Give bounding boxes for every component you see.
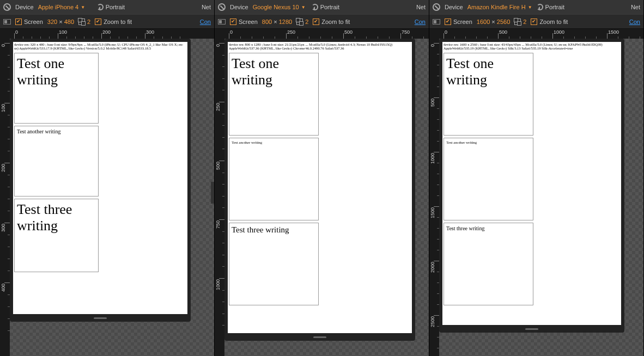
- toggle-icon[interactable]: [433, 19, 440, 24]
- home-indicator-icon: [313, 336, 326, 338]
- ruler-vertical: 02505007501000: [215, 39, 224, 356]
- toggle-icon[interactable]: [218, 19, 226, 24]
- dpr-value: 2: [523, 19, 526, 25]
- device-label: Device: [445, 4, 463, 10]
- zoom-label: Zoom to fit: [104, 19, 132, 25]
- chevron-down-icon: ▼: [528, 5, 532, 10]
- zoom-toggle[interactable]: ✔ Zoom to fit: [531, 19, 568, 25]
- ruler-h-label: 200: [102, 29, 111, 35]
- toolbar: Device Google Nexus 10 ▼ Portrait Net ✔ …: [215, 0, 429, 29]
- device-screen[interactable]: device res: 320 x 480 ; base font size: …: [13, 42, 187, 314]
- device-name-text: Amazon Kindle Fire H: [467, 4, 526, 10]
- chevron-down-icon: ▼: [301, 5, 306, 10]
- swap-icon: [296, 19, 303, 25]
- device-select[interactable]: Apple iPhone 4 ▼: [38, 4, 93, 10]
- home-bar[interactable]: [439, 325, 624, 333]
- cancel-icon[interactable]: [433, 3, 440, 11]
- ruler-h-label: 0: [445, 29, 447, 35]
- checkbox-icon: ✔: [313, 19, 319, 25]
- ruler-v-label: 750: [215, 220, 221, 229]
- ruler-v-label: 1000: [215, 279, 221, 290]
- ruler-horizontal: 050010001500: [439, 29, 643, 39]
- toolbar: Device Apple iPhone 4 ▼ Portrait Net ✔ S…: [0, 0, 214, 29]
- home-bar[interactable]: [10, 314, 191, 322]
- swap-icon: [514, 19, 521, 25]
- user-agent-text: device res: 800 x 1280 ; base font size:…: [228, 42, 412, 51]
- toolbar: Device Amazon Kindle Fire H ▼ Portrait N…: [429, 0, 643, 29]
- screen-label: Screen: [239, 19, 258, 25]
- ruler-h-label: 250: [287, 29, 295, 35]
- dimensions[interactable]: 800×1280: [262, 19, 292, 25]
- orientation-label: Portrait: [106, 4, 125, 10]
- device-name-text: Apple iPhone 4: [38, 4, 79, 10]
- ruler-h-label: 0: [230, 29, 233, 35]
- dpr-group[interactable]: 2: [296, 19, 308, 25]
- workspace: 01002003000100200300400device res: 320 x…: [0, 29, 214, 356]
- device-frame: device res: 800 x 1280 ; base font size:…: [224, 39, 415, 341]
- rotate-icon: [312, 4, 318, 10]
- ruler-v-label: 500: [430, 99, 435, 107]
- ruler-h-label: 300: [146, 29, 154, 35]
- cancel-icon[interactable]: [3, 3, 11, 11]
- chevron-down-icon: ▼: [81, 5, 85, 10]
- home-indicator-icon: [94, 317, 107, 319]
- device-screen[interactable]: device res: 1600 x 2560 ; base font size…: [442, 42, 621, 325]
- ruler-corner: [0, 29, 10, 39]
- height-value: 2560: [497, 19, 510, 25]
- dimensions[interactable]: 320×480: [47, 19, 74, 25]
- checkbox-icon: ✔: [531, 19, 537, 25]
- zoom-toggle[interactable]: ✔ Zoom to fit: [95, 19, 132, 25]
- rotate-button[interactable]: Portrait: [537, 4, 564, 10]
- zoom-label: Zoom to fit: [321, 19, 350, 25]
- ruler-v-label: 500: [215, 162, 221, 170]
- content-box-3: Test three writing: [229, 223, 319, 305]
- height-value: 480: [64, 19, 74, 25]
- width-value: 320: [47, 19, 57, 25]
- screen-label: Screen: [24, 19, 43, 25]
- width-value: 1600: [477, 19, 490, 25]
- device-name-text: Google Nexus 10: [253, 4, 299, 10]
- ruler-v-label: 1500: [430, 207, 435, 218]
- screen-label: Screen: [453, 19, 472, 25]
- ruler-horizontal: 0250500750: [224, 29, 429, 39]
- dpr-value: 2: [305, 19, 308, 25]
- configure-link[interactable]: Con: [629, 19, 640, 25]
- ruler-h-label: 100: [59, 29, 67, 35]
- checkbox-icon: ✔: [445, 19, 451, 25]
- checkbox-icon: ✔: [95, 19, 101, 25]
- ruler-v-label: 2500: [430, 316, 435, 327]
- ruler-h-label: 500: [499, 29, 507, 35]
- rotate-icon: [97, 4, 104, 10]
- rotate-button[interactable]: Portrait: [312, 4, 339, 10]
- configure-link[interactable]: Con: [200, 19, 211, 25]
- height-value: 1280: [279, 19, 292, 25]
- home-bar[interactable]: [224, 333, 415, 341]
- zoom-toggle[interactable]: ✔ Zoom to fit: [313, 19, 350, 25]
- resize-handle[interactable]: [211, 182, 214, 204]
- rotate-button[interactable]: Portrait: [97, 4, 125, 10]
- pane-3: Device Amazon Kindle Fire H ▼ Portrait N…: [429, 0, 644, 356]
- content-box-3: Test three writing: [443, 223, 533, 305]
- device-label: Device: [230, 4, 248, 10]
- content-box-1: Test one writing: [443, 53, 533, 136]
- rotate-icon: [537, 4, 543, 10]
- dpr-group[interactable]: 2: [78, 19, 90, 25]
- dimensions[interactable]: 1600×2560: [477, 19, 510, 25]
- network-label: Net: [631, 4, 640, 10]
- device-select[interactable]: Amazon Kindle Fire H ▼: [467, 4, 532, 10]
- network-label: Net: [202, 4, 211, 10]
- ruler-v-label: 200: [1, 164, 6, 172]
- configure-link[interactable]: Con: [415, 19, 426, 25]
- screen-toggle[interactable]: ✔ Screen: [445, 19, 472, 25]
- device-select[interactable]: Google Nexus 10 ▼: [253, 4, 307, 10]
- zoom-label: Zoom to fit: [539, 19, 568, 25]
- dpr-group[interactable]: 2: [514, 19, 526, 25]
- cancel-icon[interactable]: [218, 3, 226, 11]
- screen-toggle[interactable]: ✔ Screen: [230, 19, 258, 25]
- content-box-1: Test one writing: [14, 53, 99, 124]
- device-screen[interactable]: device res: 800 x 1280 ; base font size:…: [228, 42, 412, 333]
- toggle-icon[interactable]: [3, 19, 11, 24]
- ruler-v-label: 100: [1, 104, 6, 112]
- screen-toggle[interactable]: ✔ Screen: [15, 19, 43, 25]
- ruler-corner: [429, 29, 439, 39]
